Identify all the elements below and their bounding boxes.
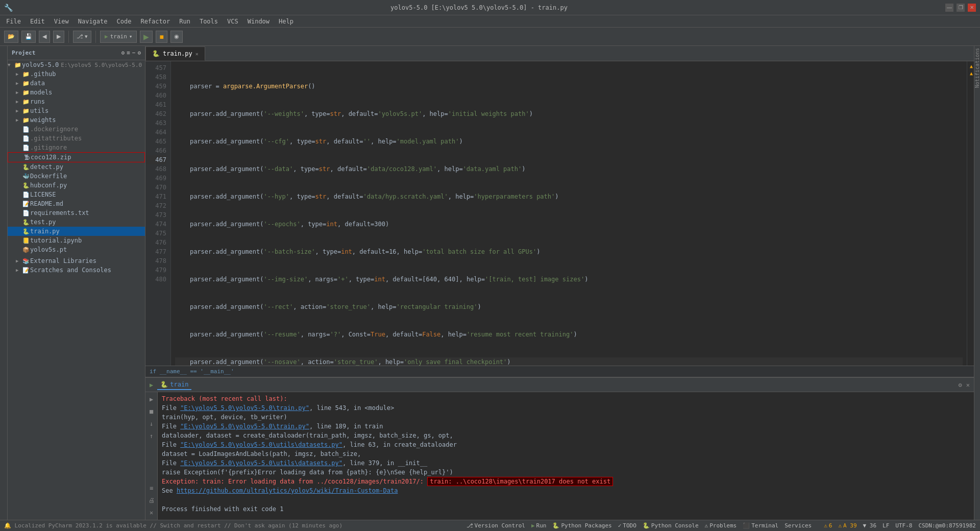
- label: LICENSE: [30, 191, 56, 198]
- stop-button[interactable]: ■: [156, 31, 167, 43]
- tree-detect[interactable]: ▶ 🐍 detect.py: [8, 162, 145, 172]
- menu-refactor[interactable]: Refactor: [136, 17, 174, 26]
- tab-trainpy[interactable]: 🐍 train.py ✕: [145, 46, 205, 61]
- run-tab[interactable]: 🐍 train: [157, 380, 191, 390]
- window-controls[interactable]: — ❐ ✕: [945, 4, 976, 12]
- tree-data[interactable]: ▶ 📁 data: [8, 79, 145, 88]
- toolbar-separator-1: [68, 31, 69, 43]
- collapse-icon[interactable]: −: [132, 50, 136, 56]
- back-button[interactable]: ◀: [39, 31, 50, 43]
- save-button[interactable]: 💾: [21, 31, 36, 43]
- root-arrow: ▼: [8, 62, 14, 67]
- status-version-control[interactable]: ⎇ Version Control: [467, 522, 525, 529]
- tree-gitattributes[interactable]: ▶ 📄 .gitattributes: [8, 134, 145, 143]
- tree-yolov5spt[interactable]: ▶ 📦 yolov5s.pt: [8, 245, 145, 254]
- close-panel-icon[interactable]: ✕: [966, 381, 970, 389]
- menu-navigate[interactable]: Navigate: [74, 17, 112, 26]
- tree-models[interactable]: ▶ 📁 models: [8, 88, 145, 97]
- status-services[interactable]: Services: [785, 522, 812, 529]
- run-console-output[interactable]: Traceback (most recent call last): File …: [158, 392, 974, 520]
- run-config-dropdown[interactable]: ▶ train ▾: [100, 31, 137, 43]
- tree-utils[interactable]: ▶ 📁 utils: [8, 106, 145, 115]
- vcs-label: Version Control: [475, 522, 525, 529]
- tree-trainpy[interactable]: ▶ 🐍 train.py: [8, 227, 145, 236]
- menu-run[interactable]: Run: [175, 17, 194, 26]
- tree-scratches[interactable]: ▶ 📝 Scratches and Consoles: [8, 266, 145, 275]
- status-problems[interactable]: ⚠ Problems: [705, 522, 737, 529]
- output-line-4: dataloader, dataset = create_dataloader(…: [162, 431, 970, 440]
- problems-status-icon: ⚠: [705, 522, 708, 529]
- tree-requirements[interactable]: ▶ 📄 requirements.txt: [8, 208, 145, 218]
- tree-dockerignore[interactable]: ▶ 📄 .dockerignore: [8, 125, 145, 134]
- notifications-label[interactable]: Notifications: [974, 46, 980, 90]
- help-link[interactable]: https://github.com/ultralytics/yolov5/wi…: [177, 487, 398, 494]
- status-scroll-pos[interactable]: ▼ 36: [863, 522, 877, 529]
- tree-runs[interactable]: ▶ 📁 runs: [8, 97, 145, 106]
- menu-view[interactable]: View: [50, 17, 73, 26]
- stop-run-button[interactable]: ■: [146, 406, 157, 417]
- folder-icon: 📁: [22, 108, 30, 114]
- minimize-button[interactable]: —: [945, 4, 953, 12]
- line-num-469: 469: [145, 174, 166, 183]
- status-terminal[interactable]: ⬛ Terminal: [743, 522, 778, 529]
- run-again-button[interactable]: ▶: [146, 394, 157, 404]
- list-icon[interactable]: ≡: [127, 50, 130, 56]
- tree-weights[interactable]: ▶ 📁 weights: [8, 115, 145, 125]
- tree-readme[interactable]: ▶ 📝 README.md: [8, 199, 145, 208]
- close-button[interactable]: ✕: [968, 4, 976, 12]
- todo-status-label: TODO: [623, 522, 636, 529]
- print-button[interactable]: 🖨: [146, 495, 157, 505]
- menu-help[interactable]: Help: [275, 17, 298, 26]
- scroll-down-button[interactable]: ↓: [146, 419, 157, 429]
- tree-hubconf[interactable]: ▶ 🐍 hubconf.py: [8, 181, 145, 190]
- status-notification: 🔔 Localized PyCharm 2023.1.2 is availabl…: [4, 522, 342, 529]
- status-warnings[interactable]: ⚠ 6: [824, 522, 832, 529]
- forward-button[interactable]: ▶: [53, 31, 64, 43]
- file-link-1[interactable]: "E:\yolov5 5.0\yolov5-5.0\train.py": [180, 404, 309, 412]
- file-link-2[interactable]: "E:\yolov5 5.0\yolov5-5.0\train.py": [180, 423, 309, 430]
- status-python-console[interactable]: 🐍 Python Console: [643, 522, 699, 529]
- menu-edit[interactable]: Edit: [26, 17, 49, 26]
- file-link-3[interactable]: "E:\yolov5 5.0\yolov5-5.0\utils\datasets…: [180, 441, 342, 448]
- wrap-button[interactable]: ≡: [146, 483, 157, 493]
- git-button[interactable]: ⎇ ▾: [73, 31, 91, 43]
- label: yolov5s.pt: [30, 246, 67, 253]
- tree-license[interactable]: ▶ 📄 LICENSE: [8, 190, 145, 199]
- scroll-up-button[interactable]: ↑: [146, 431, 157, 441]
- tree-coco128[interactable]: ▶ 🗜 coco128.zip: [8, 152, 145, 162]
- status-python-packages[interactable]: 🐍 Python Packages: [552, 522, 611, 529]
- tree-tutorial[interactable]: ▶ 📒 tutorial.ipynb: [8, 236, 145, 245]
- tree-gitignore[interactable]: ▶ 📄 .gitignore: [8, 143, 145, 152]
- status-encoding[interactable]: UTF-8: [895, 522, 912, 529]
- status-csdn[interactable]: CSDN:@m0:87591982: [918, 522, 976, 529]
- menu-window[interactable]: Window: [243, 17, 274, 26]
- tree-testpy[interactable]: ▶ 🐍 test.py: [8, 218, 145, 227]
- tab-close-icon[interactable]: ✕: [195, 51, 199, 57]
- run-button[interactable]: ▶: [140, 31, 153, 43]
- menu-code[interactable]: Code: [113, 17, 136, 26]
- tree-external-libs[interactable]: ▶ 📚 External Libraries: [8, 256, 145, 266]
- settings-icon[interactable]: ⚙: [959, 381, 962, 389]
- line-num-472: 472: [145, 201, 166, 210]
- open-button[interactable]: 📂: [4, 31, 18, 43]
- tree-root[interactable]: ▼ 📁 yolov5-5.0 E:\yolov5 5.0\yolov5-5.0: [8, 60, 145, 69]
- menu-vcs[interactable]: VCS: [223, 17, 242, 26]
- settings-icon[interactable]: ⚙: [121, 50, 125, 56]
- status-run-btn[interactable]: ▶ Run: [531, 522, 547, 529]
- menu-tools[interactable]: Tools: [195, 17, 222, 26]
- menu-file[interactable]: File: [2, 17, 25, 26]
- file-icon: 📄: [22, 144, 30, 151]
- coverage-button[interactable]: ◉: [170, 31, 183, 43]
- tree-github[interactable]: ▶ 📁 .github: [8, 69, 145, 79]
- close-run-button[interactable]: ✕: [146, 508, 157, 518]
- code-content[interactable]: parser = argparse.ArgumentParser() parse…: [171, 61, 967, 366]
- maximize-button[interactable]: ❐: [957, 4, 965, 12]
- tree-dockerfile[interactable]: ▶ 🐳 Dockerfile: [8, 172, 145, 181]
- gear-icon[interactable]: ⚙: [137, 50, 141, 56]
- status-todo[interactable]: ✓ TODO: [618, 522, 636, 529]
- project-header-icons[interactable]: ⚙ ≡ − ⚙: [121, 50, 141, 56]
- status-line-ending[interactable]: LF: [883, 522, 889, 529]
- file-link-4[interactable]: "E:\yolov5 5.0\yolov5-5.0\utils\datasets…: [180, 460, 342, 467]
- line-num-458: 458: [145, 73, 166, 82]
- status-errors[interactable]: ⚠ A 39: [838, 522, 856, 529]
